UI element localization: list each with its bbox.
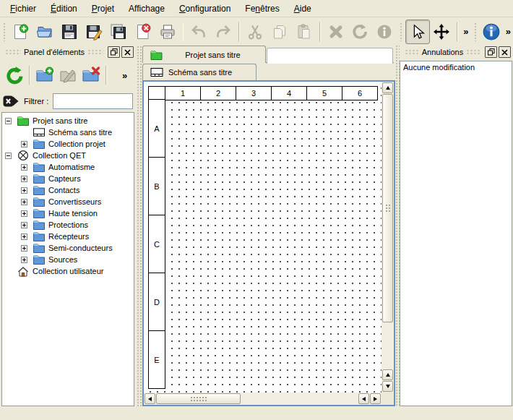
cut-button[interactable] — [243, 20, 267, 44]
column-label: 2 — [200, 86, 236, 100]
scroll-left-button[interactable] — [145, 393, 155, 404]
toolbar-drag-handle[interactable] — [400, 22, 402, 41]
copy-button[interactable] — [267, 20, 292, 44]
expand-toggle[interactable] — [21, 199, 27, 205]
tree-item-collection-utilisateur[interactable]: Collection utilisateur — [2, 265, 134, 277]
tree-item-contacts[interactable]: Contacts — [2, 184, 134, 196]
row-label: E — [148, 330, 165, 389]
tree-item-schema-sans-titre[interactable]: Schéma sans titre — [2, 127, 134, 138]
delete-button[interactable] — [324, 20, 348, 44]
schema-tab[interactable]: Schéma sans titre — [142, 64, 256, 80]
panel-overflow-button[interactable]: » — [120, 70, 129, 81]
dock-close-button[interactable] — [499, 46, 511, 58]
edit-category-button[interactable] — [56, 64, 79, 87]
open-project-button[interactable] — [33, 20, 57, 44]
menu-affichage[interactable]: Affichage — [121, 1, 172, 16]
toolbar-drag-handle[interactable] — [3, 22, 6, 41]
project-tab[interactable]: Projet sans titre — [142, 46, 266, 63]
dock-grip — [405, 49, 419, 56]
toolbar-overflow-button[interactable]: » — [461, 26, 470, 37]
scroll-left-button-right[interactable] — [358, 393, 369, 404]
tree-item-collection-qet[interactable]: Collection QET — [2, 150, 134, 161]
collapse-toggle[interactable] — [5, 153, 12, 159]
splitter-handle[interactable] — [136, 45, 142, 406]
elements-panel-dock: Panel d'éléments » Filtrer : Projet sans… — [0, 45, 136, 406]
rotate-button[interactable] — [348, 20, 372, 44]
delete-category-button[interactable] — [79, 64, 103, 87]
dock-grip — [87, 49, 103, 56]
elements-panel-title: Panel d'éléments — [24, 48, 85, 56]
print-button[interactable] — [155, 20, 180, 44]
undo-panel-titlebar[interactable]: Annulations — [400, 45, 513, 59]
close-file-button[interactable] — [131, 20, 155, 44]
paste-button[interactable] — [292, 20, 316, 44]
dock-close-button[interactable] — [121, 46, 134, 58]
expand-toggle[interactable] — [21, 257, 27, 263]
tree-item-automatisme[interactable]: Automatisme — [2, 161, 134, 173]
diagram-canvas[interactable]: 1 2 3 4 5 6 A B C D E — [144, 82, 381, 393]
reload-collections-button[interactable] — [3, 64, 26, 87]
elements-panel-titlebar[interactable]: Panel d'éléments — [0, 45, 136, 59]
undo-button[interactable] — [186, 20, 211, 44]
new-document-button[interactable] — [8, 20, 33, 44]
menu-edition[interactable]: Édition — [43, 1, 85, 16]
tree-item-sources[interactable]: Sources — [2, 254, 134, 265]
menu-fichier[interactable]: Fichier — [3, 1, 43, 16]
toolbar-overflow-button[interactable]: » — [504, 26, 513, 37]
expand-toggle[interactable] — [21, 187, 27, 194]
paste-icon — [296, 23, 313, 40]
tree-item-protections[interactable]: Protections — [2, 219, 134, 231]
scroll-up-button[interactable] — [382, 82, 393, 93]
info-button[interactable] — [479, 20, 504, 44]
expand-toggle[interactable] — [21, 233, 27, 240]
vertical-scrollbar[interactable] — [381, 82, 394, 393]
new-category-button[interactable] — [33, 64, 56, 87]
select-mode-button[interactable] — [405, 20, 430, 44]
horizontal-scroll-thumb[interactable] — [156, 393, 241, 404]
scroll-right-button[interactable] — [370, 393, 381, 404]
tree-item-convertisseurs[interactable]: Convertisseurs — [2, 196, 134, 207]
arrow-down-icon — [386, 385, 390, 388]
undo-list-item[interactable]: Aucune modification — [400, 61, 512, 73]
toolbar-drag-handle[interactable] — [474, 22, 477, 41]
horizontal-scrollbar[interactable] — [144, 393, 381, 405]
filter-input[interactable] — [53, 93, 133, 109]
vertical-scroll-track[interactable] — [382, 322, 393, 369]
dock-float-button[interactable] — [108, 46, 120, 58]
save-as-button[interactable] — [82, 20, 106, 44]
vertical-scroll-thumb[interactable] — [382, 94, 393, 322]
column-label: 3 — [236, 86, 272, 100]
move-mode-button[interactable] — [430, 20, 454, 44]
save-all-button[interactable] — [106, 20, 131, 44]
expand-toggle[interactable] — [21, 164, 27, 171]
tree-item-semi-conducteurs[interactable]: Semi-conducteurs — [2, 242, 134, 254]
menu-projet[interactable]: Projet — [85, 1, 121, 16]
menu-configuration[interactable]: Configuration — [172, 1, 238, 16]
tree-item-capteurs[interactable]: Capteurs — [2, 173, 134, 184]
expand-toggle[interactable] — [21, 222, 27, 228]
tree-item-recepteurs[interactable]: Récepteurs — [2, 231, 134, 242]
expand-toggle[interactable] — [21, 141, 27, 147]
dock-float-button[interactable] — [485, 46, 497, 58]
scroll-up-button-bottom[interactable] — [382, 369, 393, 380]
element-info-button[interactable] — [372, 20, 397, 44]
redo-button[interactable] — [211, 20, 236, 44]
clear-filter-button[interactable] — [3, 94, 20, 108]
expand-toggle[interactable] — [21, 245, 27, 252]
scroll-down-button[interactable] — [382, 381, 393, 392]
status-bar — [0, 406, 513, 420]
tree-item-haute-tension[interactable]: Haute tension — [2, 207, 134, 219]
move-icon — [433, 23, 450, 40]
tree-item-collection-projet[interactable]: Collection projet — [2, 138, 134, 150]
dock-grip — [466, 49, 480, 56]
save-button[interactable] — [57, 20, 82, 44]
expand-toggle[interactable] — [21, 210, 27, 217]
column-label: 5 — [306, 86, 342, 100]
menu-aide[interactable]: Aide — [287, 1, 319, 16]
rotate-icon — [351, 23, 368, 40]
expand-toggle[interactable] — [21, 176, 27, 182]
element-info-icon — [376, 23, 393, 40]
menu-fenetres[interactable]: Fenêtres — [238, 1, 286, 16]
tree-item-projet-sans-titre[interactable]: Projet sans titre — [2, 115, 134, 127]
collapse-toggle[interactable] — [5, 118, 12, 124]
